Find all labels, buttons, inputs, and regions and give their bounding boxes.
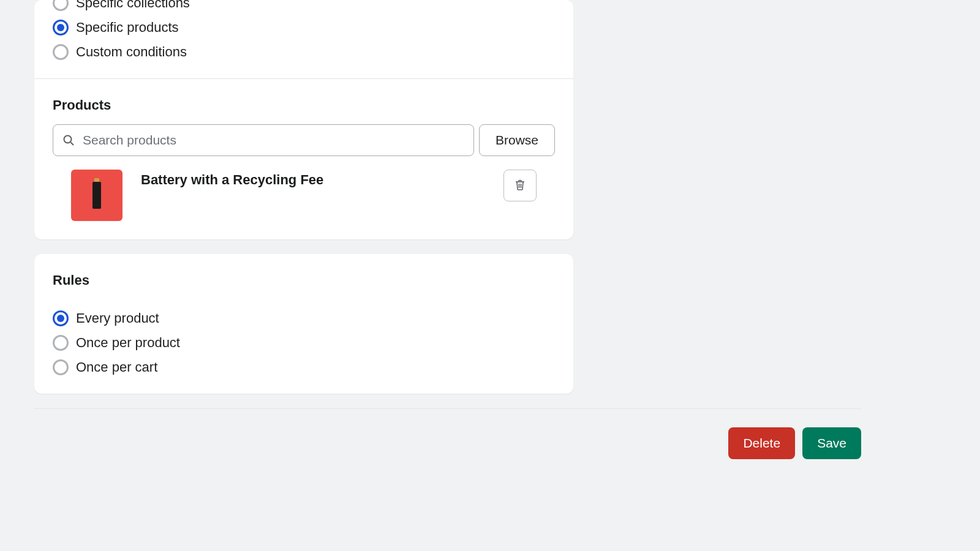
rules-heading: Rules: [53, 272, 555, 288]
radio-icon-selected: [53, 310, 69, 326]
radio-once-per-cart[interactable]: Once per cart: [53, 359, 555, 375]
search-input[interactable]: [53, 124, 474, 156]
radio-label: Every product: [76, 310, 159, 326]
radio-custom-conditions[interactable]: Custom conditions: [53, 44, 555, 60]
products-section: Products Browse Battery w: [34, 79, 573, 239]
radio-label: Once per product: [76, 335, 180, 351]
footer-divider: [34, 408, 861, 409]
remove-product-button[interactable]: [503, 170, 537, 201]
radio-specific-products[interactable]: Specific products: [53, 20, 555, 36]
radio-label: Specific collections: [76, 0, 190, 11]
rules-card: Rules Every product Once per product Onc…: [34, 254, 573, 394]
radio-icon-selected: [53, 20, 69, 36]
radio-once-per-product[interactable]: Once per product: [53, 335, 555, 351]
browse-button[interactable]: Browse: [479, 124, 555, 156]
radio-specific-collections[interactable]: Specific collections: [53, 0, 555, 11]
radio-icon: [53, 0, 69, 11]
product-thumbnail: [71, 170, 123, 221]
delete-button[interactable]: Delete: [728, 427, 795, 459]
search-wrap: [53, 124, 474, 156]
applies-to-card: Specific collections Specific products C…: [34, 0, 573, 239]
radio-label: Custom conditions: [76, 44, 187, 60]
svg-line-1: [71, 143, 74, 146]
radio-icon: [53, 359, 69, 375]
products-heading: Products: [53, 97, 555, 113]
trash-icon: [514, 179, 526, 193]
battery-icon: [92, 182, 101, 209]
product-name: Battery with a Recycling Fee: [141, 170, 485, 188]
radio-every-product[interactable]: Every product: [53, 310, 555, 326]
products-search-row: Browse: [53, 124, 555, 156]
rules-radio-group: Every product Once per product Once per …: [53, 310, 555, 375]
product-row: Battery with a Recycling Fee: [53, 170, 555, 221]
search-icon: [62, 134, 75, 146]
radio-label: Specific products: [76, 20, 179, 36]
svg-point-0: [64, 136, 72, 143]
radio-icon: [53, 335, 69, 351]
footer-actions: Delete Save: [34, 427, 861, 459]
radio-icon: [53, 44, 69, 60]
applies-to-radio-group: Specific collections Specific products C…: [53, 0, 555, 60]
save-button[interactable]: Save: [802, 427, 861, 459]
radio-label: Once per cart: [76, 359, 157, 375]
